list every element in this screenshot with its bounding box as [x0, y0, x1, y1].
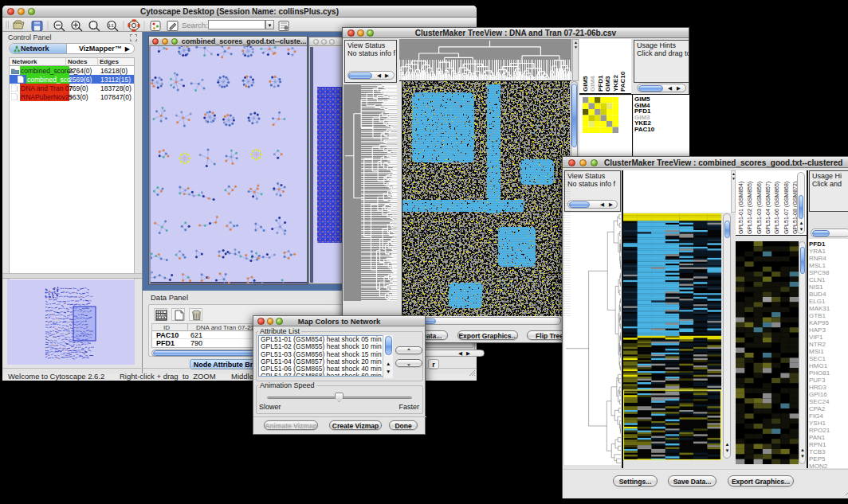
svg-text:GIM3: GIM3 — [604, 76, 611, 92]
svg-text:GPL51-07 (GSM868): GPL51-07 (GSM868) — [783, 182, 790, 234]
svg-text:GPL51-06 (GSM865): GPL51-06 (GSM865) — [774, 182, 780, 234]
svg-text:1:1: 1:1 — [108, 24, 114, 28]
svg-text:GIM4: GIM4 — [589, 76, 596, 92]
svg-text:GPL51-04 (GSM857): GPL51-04 (GSM857) — [765, 182, 771, 234]
svg-text:GPL51-03 (GSM856): GPL51-03 (GSM856) — [756, 182, 763, 234]
svg-text:GPL51-02 (GSM855): GPL51-02 (GSM855) — [747, 182, 753, 234]
svg-text:PAC10: PAC10 — [619, 71, 626, 92]
svg-text:YKE2: YKE2 — [612, 75, 619, 92]
svg-text:GPL51-01 (GSM854): GPL51-01 (GSM854) — [738, 182, 744, 234]
svg-text:PFD1: PFD1 — [597, 75, 604, 92]
svg-text:GIM5: GIM5 — [582, 76, 589, 92]
